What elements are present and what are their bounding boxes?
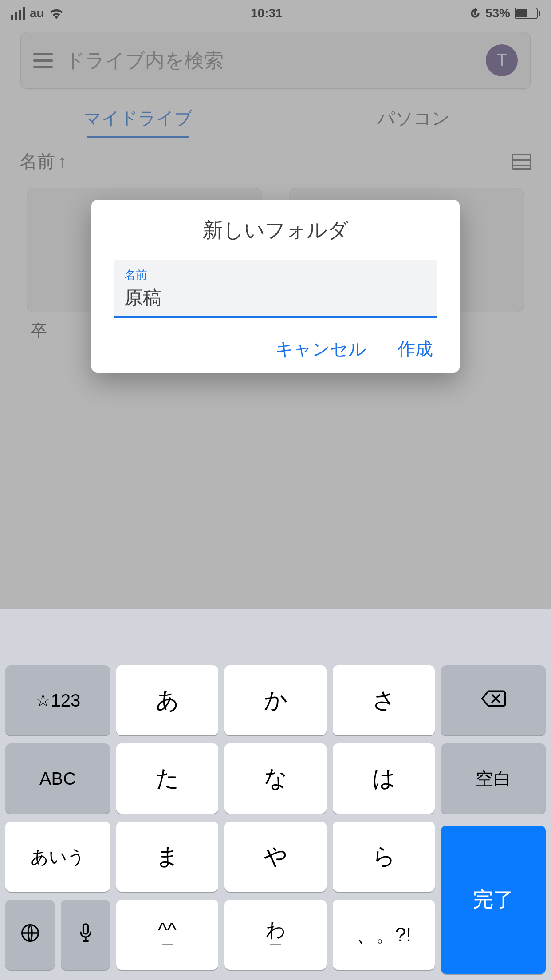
delete-icon bbox=[481, 690, 506, 711]
key-done[interactable]: 完了 bbox=[441, 826, 546, 974]
key-symbol[interactable]: ^^— bbox=[116, 900, 218, 970]
key-ra[interactable]: ら bbox=[333, 822, 435, 892]
key-mode-kana[interactable]: あいう bbox=[5, 822, 110, 892]
key-sa[interactable]: さ bbox=[333, 665, 435, 735]
key-na[interactable]: な bbox=[224, 743, 327, 814]
key-wa[interactable]: わ— bbox=[224, 900, 327, 970]
globe-icon bbox=[20, 923, 40, 947]
svg-rect-2 bbox=[83, 924, 88, 933]
key-a[interactable]: あ bbox=[116, 665, 218, 735]
create-button[interactable]: 作成 bbox=[398, 337, 433, 361]
cancel-button[interactable]: キャンセル bbox=[276, 337, 366, 361]
key-ma[interactable]: ま bbox=[116, 822, 218, 892]
key-ta[interactable]: た bbox=[116, 743, 218, 814]
key-mode-num[interactable]: ☆123 bbox=[5, 665, 110, 735]
folder-name-input[interactable] bbox=[124, 287, 427, 308]
key-globe[interactable] bbox=[5, 900, 55, 970]
key-ha[interactable]: は bbox=[333, 743, 435, 814]
keyboard: ☆123 ABC あいう あ か さ た な は ま や ら bbox=[0, 609, 551, 980]
key-mic[interactable] bbox=[61, 900, 110, 970]
key-ka[interactable]: か bbox=[224, 665, 327, 735]
new-folder-dialog: 新しいフォルダ 名前 キャンセル 作成 bbox=[91, 200, 460, 373]
key-space[interactable]: 空白 bbox=[441, 743, 546, 814]
folder-name-field[interactable]: 名前 bbox=[114, 260, 437, 318]
key-mode-abc[interactable]: ABC bbox=[5, 743, 110, 814]
dialog-title: 新しいフォルダ bbox=[114, 217, 437, 244]
key-ya[interactable]: や bbox=[224, 822, 327, 892]
key-punct[interactable]: 、。?! bbox=[333, 900, 435, 970]
input-label: 名前 bbox=[124, 267, 427, 283]
key-delete[interactable] bbox=[441, 665, 546, 735]
mic-icon bbox=[78, 923, 93, 947]
